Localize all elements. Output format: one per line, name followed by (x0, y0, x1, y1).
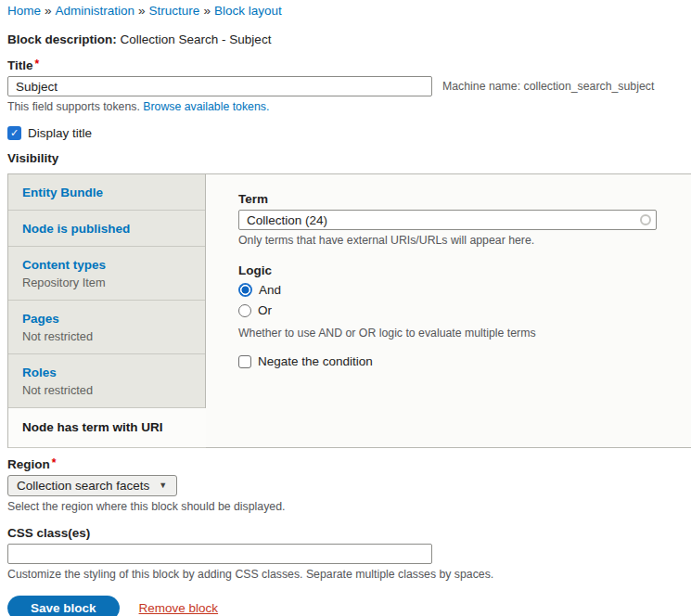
tab-title: Content types (22, 257, 191, 273)
region-form-item: Region* Collection search facets ▼ Selec… (7, 457, 691, 514)
tab-title: Entity Bundle (22, 185, 191, 200)
tab-title: Node is published (22, 221, 191, 237)
and-radio[interactable] (238, 283, 252, 297)
negate-condition-checkbox[interactable] (238, 355, 251, 368)
css-classes-input[interactable] (7, 544, 432, 564)
logic-description: Whether to use AND or OR logic to evalua… (238, 327, 672, 340)
title-form-item: Title* Machine name: collection_search_s… (7, 58, 691, 114)
display-title-option[interactable]: ✓ Display title (7, 126, 691, 140)
css-classes-form-item: CSS class(es) Customize the styling of t… (7, 526, 691, 582)
required-asterisk: * (35, 58, 40, 71)
tab-summary: Repository Item (22, 276, 191, 290)
logic-label: Logic (238, 263, 672, 277)
block-description: Block description: Collection Search - S… (7, 32, 691, 46)
tab-summary: Not restricted (22, 383, 191, 398)
visibility-tabs-menu: Entity Bundle Node is published Content … (7, 174, 206, 448)
visibility-tab-pane: Term Only terms that have external URIs/… (206, 174, 691, 448)
and-radio-label: And (259, 283, 281, 297)
save-block-button[interactable]: Save block (7, 596, 120, 616)
breadcrumb: Home»Administration»Structure»Block layo… (7, 4, 691, 18)
breadcrumb-separator: » (138, 4, 146, 18)
breadcrumb-separator: » (45, 4, 52, 18)
tab-content-types[interactable]: Content types Repository Item (8, 247, 205, 301)
block-description-label: Block description: (7, 32, 117, 46)
region-select[interactable]: Collection search facets ▼ (7, 475, 177, 496)
tab-summary: Not restricted (22, 329, 191, 344)
region-description: Select the region where this block shoul… (7, 500, 691, 514)
term-description: Only terms that have external URIs/URLs … (238, 234, 672, 248)
autocomplete-status-icon (640, 214, 651, 225)
title-label-text: Title (7, 58, 33, 72)
css-classes-label: CSS class(es) (7, 526, 691, 540)
required-asterisk: * (52, 456, 57, 469)
tab-title: Node has term with URI (22, 419, 192, 435)
tab-title: Roles (22, 365, 191, 380)
title-label: Title* (7, 58, 691, 72)
breadcrumb-separator: » (203, 4, 211, 18)
tab-pages[interactable]: Pages Not restricted (8, 301, 205, 354)
block-description-value: Collection Search - Subject (121, 32, 272, 46)
visibility-heading: Visibility (7, 151, 691, 165)
block-configure-page: Home»Administration»Structure»Block layo… (0, 0, 691, 616)
tab-node-is-published[interactable]: Node is published (8, 211, 205, 247)
tab-roles[interactable]: Roles Not restricted (8, 354, 205, 408)
title-input[interactable] (7, 76, 432, 96)
breadcrumb-link-structure[interactable]: Structure (149, 4, 200, 18)
remove-block-link[interactable]: Remove block (139, 601, 219, 615)
or-radio[interactable] (238, 304, 251, 317)
title-description-text: This field supports tokens. (7, 100, 140, 113)
tab-title: Pages (22, 311, 191, 327)
visibility-vertical-tabs: Entity Bundle Node is published Content … (7, 173, 691, 448)
form-actions: Save block Remove block (7, 596, 691, 616)
tab-node-has-term-with-uri[interactable]: Node has term with URI (8, 408, 206, 448)
breadcrumb-link-administration[interactable]: Administration (56, 4, 135, 18)
region-label-text: Region (7, 457, 50, 471)
logic-option-or[interactable]: Or (238, 302, 672, 319)
term-autocomplete-input[interactable] (238, 210, 657, 230)
machine-name: Machine name: collection_search_subject (442, 80, 654, 93)
browse-tokens-link[interactable]: Browse available tokens. (143, 100, 269, 113)
negate-condition-option[interactable]: Negate the condition (238, 354, 672, 368)
breadcrumb-link-home[interactable]: Home (7, 4, 41, 18)
term-label: Term (238, 192, 672, 206)
chevron-down-icon: ▼ (159, 481, 167, 490)
or-radio-label: Or (258, 303, 272, 317)
display-title-label: Display title (28, 126, 92, 140)
title-description: This field supports tokens. Browse avail… (7, 100, 691, 114)
region-select-value: Collection search facets (17, 479, 149, 493)
region-label: Region* (7, 457, 691, 471)
negate-condition-label: Negate the condition (258, 354, 373, 368)
logic-option-and[interactable]: And (238, 281, 672, 299)
breadcrumb-link-block-layout[interactable]: Block layout (214, 4, 282, 18)
css-classes-description: Customize the styling of this block by a… (7, 568, 691, 582)
display-title-checkbox[interactable]: ✓ (7, 126, 21, 140)
tab-entity-bundle[interactable]: Entity Bundle (8, 174, 205, 211)
